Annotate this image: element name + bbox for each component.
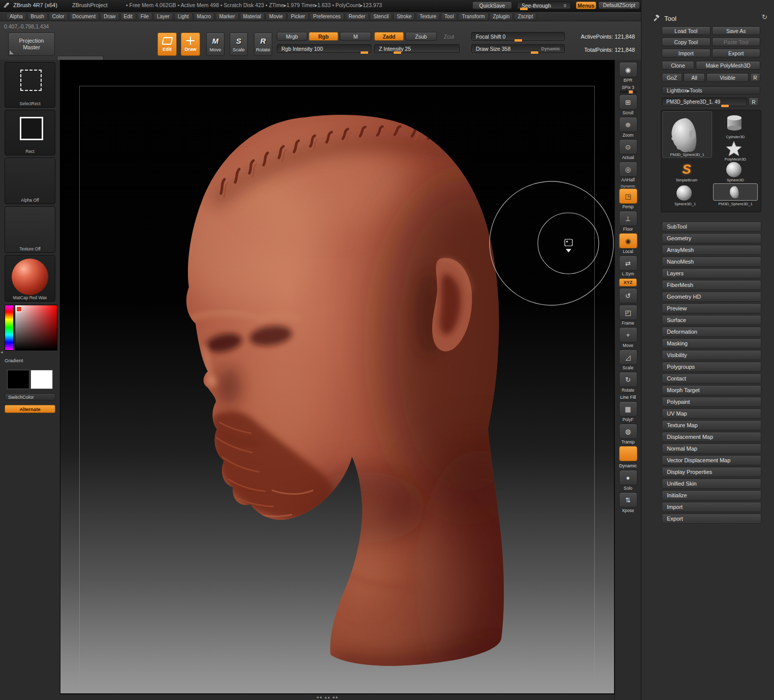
tool-section[interactable]: Displacement Map xyxy=(662,432,761,442)
menu-item[interactable]: File xyxy=(137,13,152,20)
goz-all-button[interactable]: All xyxy=(684,73,705,82)
draw-button[interactable]: Draw xyxy=(181,33,200,56)
projection-master-button[interactable]: Projection Master xyxy=(8,33,55,56)
tool-section[interactable]: ArrayMesh xyxy=(662,245,761,255)
shelf-mini-slider[interactable] xyxy=(620,91,637,93)
shelf-button[interactable]: ◍ Transp xyxy=(617,424,640,444)
tool-section[interactable]: NanoMesh xyxy=(662,257,761,267)
cylinder3d-thumbnail[interactable] xyxy=(722,113,747,134)
simplebrush-thumbnail[interactable]: S xyxy=(674,161,699,177)
move-button[interactable]: M Move xyxy=(206,33,224,56)
load-tool-button[interactable]: Load Tool xyxy=(662,26,711,35)
sphere3d-thumbnail[interactable] xyxy=(726,162,741,177)
goz-visible-button[interactable]: Visible xyxy=(706,73,749,82)
mrgb-button[interactable]: Mrgb xyxy=(277,32,307,41)
paste-tool-button[interactable]: Paste Tool xyxy=(712,38,761,46)
gradient-label[interactable]: Gradient xyxy=(5,358,55,363)
menus-button[interactable]: Menus xyxy=(576,2,596,9)
edit-button[interactable]: Edit xyxy=(157,33,177,56)
texture-selector[interactable]: Texture Off xyxy=(5,206,55,253)
canvas-nav-marks[interactable]: ◂◂ ▴▴ ▸▸ xyxy=(316,695,339,699)
m-button[interactable]: M xyxy=(340,32,371,41)
zsub-button[interactable]: Zsub xyxy=(405,32,437,41)
refresh-icon[interactable]: ↻ xyxy=(762,13,767,21)
shelf-button[interactable]: ▦ PolyF xyxy=(617,401,640,422)
shelf-button[interactable]: + Move xyxy=(617,327,640,348)
tool-section[interactable]: Contact xyxy=(662,373,761,384)
menu-item[interactable]: Transform xyxy=(458,13,488,20)
draw-size-slider[interactable]: Draw Size 358 Dynamic xyxy=(471,44,565,53)
shelf-button[interactable]: Dynamic ◳ Persp xyxy=(617,184,640,209)
shelf-button[interactable]: ⊕ Zoom xyxy=(617,117,640,138)
alpha-shape-selector[interactable]: Rect xyxy=(5,110,55,155)
secondary-color-swatch[interactable] xyxy=(30,370,53,389)
tool-section[interactable]: FiberMesh xyxy=(662,280,761,290)
sphere3d-1-thumbnail[interactable] xyxy=(676,185,692,201)
tool-section[interactable]: Unified Skin xyxy=(662,479,761,489)
zcut-button[interactable]: Zcut xyxy=(438,32,460,41)
menu-item[interactable]: Draw xyxy=(100,13,119,20)
shelf-button[interactable]: ⊞ Scroll xyxy=(617,94,640,115)
copy-tool-button[interactable]: Copy Tool xyxy=(662,38,711,46)
rotate-button[interactable]: R Rotate xyxy=(254,33,272,56)
make-polymesh3d-button[interactable]: Make PolyMesh3D xyxy=(696,61,760,70)
menu-item[interactable]: Edit xyxy=(120,13,136,20)
menu-item[interactable]: Movie xyxy=(266,13,286,20)
tool-section[interactable]: Texture Map xyxy=(662,420,761,430)
polymesh3d-thumbnail[interactable] xyxy=(725,141,744,157)
scale-button[interactable]: S Scale xyxy=(230,33,248,56)
alternate-button[interactable]: Alternate xyxy=(5,405,55,413)
menu-item[interactable]: Stroke xyxy=(393,13,415,20)
shelf-button[interactable]: ↺ xyxy=(617,288,640,303)
alpha-selector[interactable]: Alpha Off xyxy=(5,157,55,204)
menu-item[interactable]: Render xyxy=(345,13,369,20)
rgb-intensity-slider[interactable]: Rgb Intensity 100 xyxy=(277,44,371,53)
menu-item[interactable]: Color xyxy=(49,13,68,20)
menu-item[interactable]: Brush xyxy=(27,13,48,20)
pm3d-sphere3d-1-thumbnail-selected[interactable] xyxy=(713,183,758,201)
saturation-value-square[interactable] xyxy=(15,305,57,351)
z-intensity-slider[interactable]: Z Intensity 25 xyxy=(374,44,460,53)
quicksave-button[interactable]: QuickSave xyxy=(472,2,512,9)
shelf-button[interactable]: ↻ Rotate xyxy=(617,372,640,393)
shelf-button[interactable]: ⊥ Floor xyxy=(617,211,640,232)
menu-item[interactable]: Layer xyxy=(153,13,173,20)
shelf-button[interactable]: ◉ Local xyxy=(617,233,640,254)
menu-item[interactable]: Light xyxy=(174,13,192,20)
active-tool-thumbnail[interactable]: PM3D_Sphere3D_1 xyxy=(662,111,712,158)
tool-section[interactable]: Masking xyxy=(662,338,761,348)
sculpted-head-model[interactable] xyxy=(60,60,615,694)
tool-section[interactable]: Initialize xyxy=(662,490,761,500)
tool-section[interactable]: Geometry xyxy=(662,233,761,243)
menu-item[interactable]: Document xyxy=(69,13,100,20)
menu-item[interactable]: Preferences xyxy=(310,13,344,20)
tool-section[interactable]: UV Map xyxy=(662,408,761,419)
shelf-button[interactable]: ◰ Frame xyxy=(617,305,640,326)
tool-section[interactable]: Layers xyxy=(662,268,761,278)
material-selector[interactable]: MatCap Red Wax xyxy=(5,255,55,302)
menu-item[interactable]: Marker xyxy=(215,13,238,20)
canvas-nav-strip[interactable]: ◂◂ ▴▴ ▸▸ xyxy=(60,694,615,700)
document-canvas[interactable] xyxy=(60,60,615,694)
hue-strip[interactable] xyxy=(5,305,14,351)
shelf-button[interactable]: Line Fill xyxy=(617,394,640,400)
left-palette-collapse-icon[interactable]: ◂ xyxy=(1,349,3,355)
tool-section[interactable]: Surface xyxy=(662,315,761,325)
tool-item-slider[interactable]: PM3D_Sphere3D_1. 49 xyxy=(662,98,747,106)
shelf-button[interactable] xyxy=(617,446,640,461)
tool-section[interactable]: Polypaint xyxy=(662,397,761,407)
tool-section[interactable]: Polygroups xyxy=(662,362,761,372)
tool-section[interactable]: Deformation xyxy=(662,327,761,337)
shelf-button[interactable]: ◎ AAHalf xyxy=(617,162,640,182)
import-button[interactable]: Import xyxy=(662,49,711,57)
tool-section[interactable]: Morph Target xyxy=(662,385,761,395)
menu-item[interactable]: Alpha xyxy=(6,13,26,20)
focal-shift-slider[interactable]: Focal Shift 0 xyxy=(471,32,565,41)
lightbox-tools-bar[interactable]: Lightbox▸Tools xyxy=(662,86,760,94)
tool-slider-r-button[interactable]: R xyxy=(749,98,759,106)
default-zscript-button[interactable]: DefaultZScript xyxy=(598,2,640,9)
export-button[interactable]: Export xyxy=(712,49,761,57)
tool-section[interactable]: Export xyxy=(662,514,761,524)
main-color-swatch[interactable] xyxy=(7,370,29,389)
see-through-slider[interactable]: See-through 0 xyxy=(517,2,571,9)
